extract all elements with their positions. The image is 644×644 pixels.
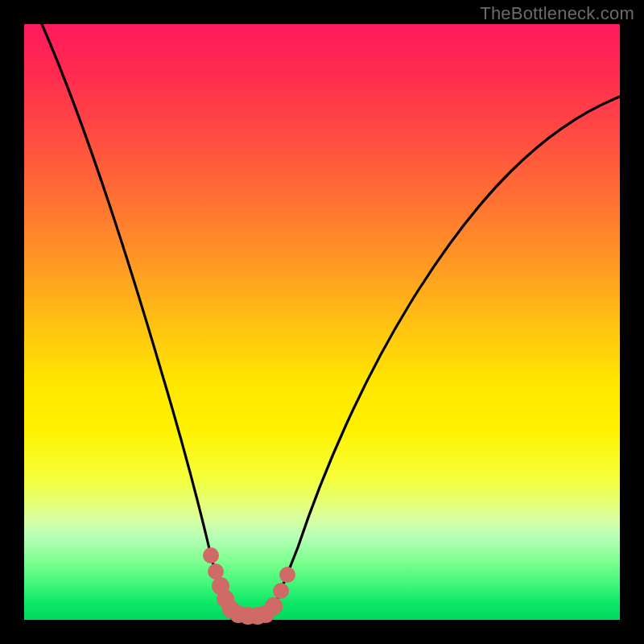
chart-frame: TheBottleneck.com — [0, 0, 644, 644]
svg-point-10 — [273, 583, 289, 599]
svg-point-1 — [208, 564, 224, 580]
svg-point-9 — [265, 597, 283, 615]
curve-layer — [24, 24, 620, 620]
plot-area — [24, 24, 620, 620]
svg-point-11 — [279, 567, 295, 583]
bottleneck-curve — [42, 24, 620, 618]
svg-point-0 — [203, 547, 219, 564]
watermark-label: TheBottleneck.com — [480, 3, 634, 24]
valley-dots-right — [265, 567, 295, 615]
